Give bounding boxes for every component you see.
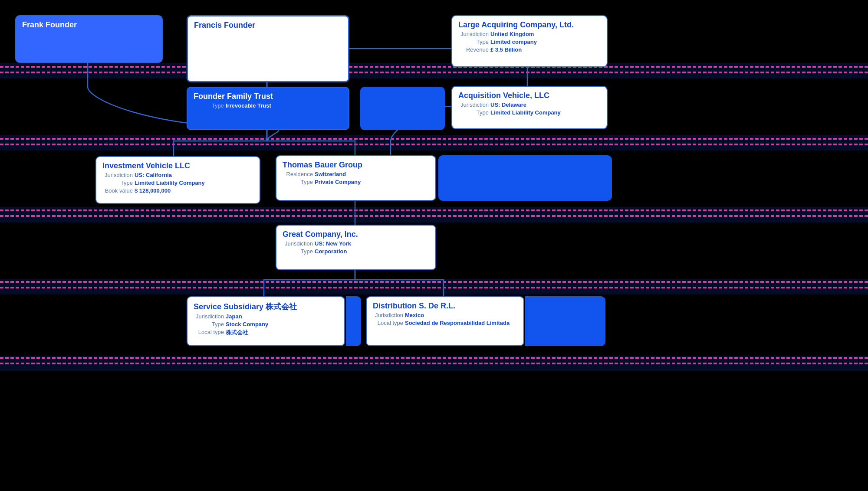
acquisition-vehicle-label-2: Type: [458, 109, 489, 116]
large-acquiring-label-1: Jurisdiction: [458, 31, 489, 37]
francis-founder-title: Francis Founder: [194, 21, 342, 30]
thomas-bauer-right-fill: [438, 155, 612, 201]
founder-family-trust-label: Type: [194, 102, 224, 109]
investment-vehicle-row-1: Jurisdiction US: California: [102, 172, 253, 178]
large-acquiring-value-1: United Kingdom: [490, 31, 534, 37]
acquisition-vehicle-node[interactable]: Acquisition Vehicle, LLC Jurisdiction US…: [451, 86, 608, 129]
fft-right-band: [360, 87, 445, 130]
acquisition-vehicle-label-1: Jurisdiction: [458, 101, 489, 108]
investment-vehicle-value-3: $ 128,000,000: [135, 187, 171, 194]
investment-vehicle-row-3: Book value $ 128,000,000: [102, 187, 253, 194]
large-acquiring-value-3: £ 3.5 Billion: [490, 46, 522, 53]
h-line-7: [0, 281, 868, 283]
h-line-2: [0, 72, 868, 73]
investment-vehicle-label-1: Jurisdiction: [102, 172, 133, 178]
large-acquiring-title: Large Acquiring Company, Ltd.: [458, 20, 601, 29]
h-line-6: [0, 215, 868, 217]
investment-vehicle-label-2: Type: [102, 180, 133, 186]
large-acquiring-value-2: Limited company: [490, 39, 537, 45]
thomas-bauer-label-2: Type: [283, 179, 313, 185]
thomas-bauer-title: Thomas Bauer Group: [283, 160, 429, 170]
founder-family-trust-title: Founder Family Trust: [194, 92, 342, 101]
great-company-node[interactable]: Great Company, Inc. Jurisdiction US: New…: [276, 225, 436, 270]
distribution-value-2: Sociedad de Responsabilidad Limitada: [405, 320, 510, 326]
founder-family-trust-value: Irrevocable Trust: [226, 102, 271, 109]
service-subsidiary-row-3: Local type 株式会社: [194, 329, 338, 337]
frank-founder-title: Frank Founder: [22, 20, 156, 29]
h-line-1: [0, 66, 868, 68]
thomas-bauer-value-2: Private Company: [315, 179, 361, 185]
large-acquiring-label-3: Revenue: [458, 46, 489, 53]
large-acquiring-label-2: Type: [458, 39, 489, 45]
band-2: [0, 135, 868, 151]
acquisition-vehicle-title: Acquisition Vehicle, LLC: [458, 91, 601, 100]
service-subsidiary-label-1: Jurisdiction: [194, 313, 224, 320]
service-subsidiary-right-fill: [346, 296, 361, 346]
investment-vehicle-value-1: US: California: [135, 172, 172, 178]
service-subsidiary-label-3: Local type: [194, 329, 224, 337]
h-line-3: [0, 138, 868, 140]
acquisition-vehicle-row-2: Type Limited Liability Company: [458, 109, 601, 116]
investment-vehicle-row-2: Type Limited Liability Company: [102, 180, 253, 186]
great-company-value-2: Corporation: [315, 248, 347, 255]
great-company-label-2: Type: [283, 248, 313, 255]
investment-vehicle-node[interactable]: Investment Vehicle LLC Jurisdiction US: …: [95, 156, 260, 204]
thomas-bauer-row-2: Type Private Company: [283, 179, 429, 185]
acquisition-vehicle-row-1: Jurisdiction US: Delaware: [458, 101, 601, 108]
investment-vehicle-label-3: Book value: [102, 187, 133, 194]
investment-vehicle-title: Investment Vehicle LLC: [102, 161, 253, 170]
service-subsidiary-value-3: 株式会社: [226, 329, 248, 337]
acquisition-vehicle-value-2: Limited Liability Company: [490, 109, 561, 116]
thomas-bauer-node[interactable]: Thomas Bauer Group Residence Switzerland…: [276, 155, 436, 201]
service-subsidiary-node[interactable]: Service Subsidiary 株式会社 Jurisdiction Jap…: [187, 296, 345, 346]
service-subsidiary-value-2: Stock Company: [226, 321, 268, 327]
thomas-bauer-row-1: Residence Switzerland: [283, 171, 429, 177]
large-acquiring-node[interactable]: Large Acquiring Company, Ltd. Jurisdicti…: [451, 15, 608, 67]
francis-founder-node[interactable]: Francis Founder: [187, 15, 349, 82]
founder-family-trust-row: Type Irrevocable Trust: [194, 102, 342, 109]
distribution-value-1: Mexico: [405, 312, 424, 318]
h-line-4: [0, 144, 868, 145]
frank-founder-node[interactable]: Frank Founder: [15, 15, 163, 63]
service-subsidiary-row-1: Jurisdiction Japan: [194, 313, 338, 320]
distribution-right-fill: [525, 296, 605, 346]
distribution-label-2: Local type: [373, 320, 403, 326]
founder-family-trust-node[interactable]: Founder Family Trust Type Irrevocable Tr…: [187, 87, 349, 130]
distribution-label-1: Jurisdiction: [373, 312, 403, 318]
large-acquiring-row-3: Revenue £ 3.5 Billion: [458, 46, 601, 53]
great-company-row-1: Jurisdiction US: New York: [283, 240, 429, 247]
great-company-label-1: Jurisdiction: [283, 240, 313, 247]
thomas-bauer-value-1: Switzerland: [315, 171, 346, 177]
service-subsidiary-value-1: Japan: [226, 313, 242, 320]
h-line-8: [0, 287, 868, 288]
distribution-title: Distribution S. De R.L.: [373, 301, 517, 311]
h-line-10: [0, 363, 868, 364]
large-acquiring-row-2: Type Limited company: [458, 39, 601, 45]
distribution-row-1: Jurisdiction Mexico: [373, 312, 517, 318]
band-1: [0, 63, 868, 79]
investment-vehicle-value-2: Limited Liability Company: [135, 180, 205, 186]
distribution-node[interactable]: Distribution S. De R.L. Jurisdiction Mex…: [366, 296, 524, 346]
thomas-bauer-label-1: Residence: [283, 171, 313, 177]
h-line-9: [0, 357, 868, 359]
service-subsidiary-row-2: Type Stock Company: [194, 321, 338, 327]
distribution-row-2: Local type Sociedad de Responsabilidad L…: [373, 320, 517, 326]
great-company-value-1: US: New York: [315, 240, 351, 247]
service-subsidiary-label-2: Type: [194, 321, 224, 327]
service-subsidiary-title: Service Subsidiary 株式会社: [194, 301, 338, 312]
large-acquiring-row-1: Jurisdiction United Kingdom: [458, 31, 601, 37]
great-company-row-2: Type Corporation: [283, 248, 429, 255]
acquisition-vehicle-value-1: US: Delaware: [490, 101, 526, 108]
h-line-5: [0, 209, 868, 211]
great-company-title: Great Company, Inc.: [283, 230, 429, 239]
